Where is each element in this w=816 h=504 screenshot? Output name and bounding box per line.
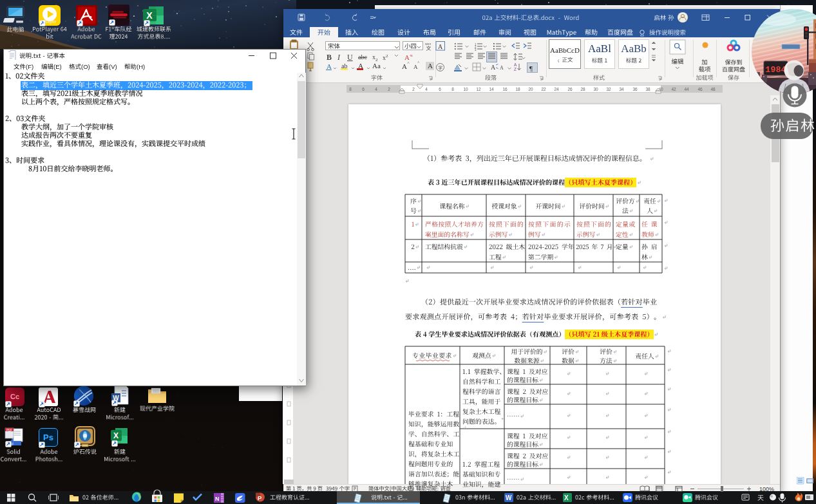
svg-text:PDF: PDF <box>6 429 12 432</box>
svg-text:Cc: Cc <box>10 393 19 400</box>
svg-text:1984: 1984 <box>765 65 786 75</box>
svg-text:Ps: Ps <box>43 433 53 442</box>
svg-text:X: X <box>113 431 119 440</box>
svg-text:X: X <box>146 10 153 21</box>
